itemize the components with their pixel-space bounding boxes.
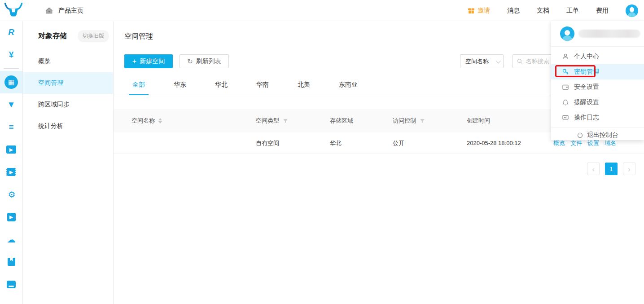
sidebar-title: 对象存储 [38,31,67,41]
sidebar-item-space-management[interactable]: 空间管理 [23,72,113,94]
cdn-icon[interactable]: ▼ [0,93,22,116]
col-space-type-label: 空间类型 [256,117,279,125]
pipeline-sliders-icon[interactable]: ⚙ [0,183,22,206]
logout-console-button[interactable]: 退出控制台 [551,128,644,142]
menu-item-personal-center[interactable]: 个人中心 [551,49,644,64]
pagination-next-button[interactable]: › [623,163,635,175]
plus-icon: + [132,58,136,65]
object-storage-icon[interactable]: ▦ [0,71,22,93]
col-space-name-label: 空间名称 [131,117,155,125]
wallet-icon [562,84,569,91]
menu-item-security-settings[interactable]: 安全设置 [551,79,644,95]
menu-item-label: 密钥管理 [574,68,599,76]
refresh-list-button[interactable]: ↻ 刷新列表 [180,54,229,68]
tab-all[interactable]: 全部 [129,79,149,95]
pagination-prev-button[interactable]: ‹ [587,163,600,175]
chevron-down-icon [496,58,501,63]
user-avatar[interactable] [626,4,638,17]
product-home-link[interactable]: 产品主页 [45,0,83,21]
log-board-icon [562,114,569,121]
menu-item-label: 提醒设置 [574,98,599,106]
search-icon [517,58,523,65]
col-storage-region-label: 存储区域 [330,117,353,125]
username-redacted [578,30,640,38]
cloud-mail-icon[interactable]: ☁ [0,228,22,251]
product-home-label: 产品主页 [58,7,83,15]
gift-icon [468,7,475,14]
user-icon [562,53,569,60]
nav-invite[interactable]: 邀请 [468,7,490,15]
product-sidebar: 对象存储 切换旧版 概览 空间管理 跨区域同步 统计分析 [23,21,114,304]
cell-storage-region: 华北 [330,139,393,147]
power-icon [577,132,583,139]
col-access-control-label: 访问控制 [393,117,416,125]
user-avatar-large [560,26,574,41]
home-icon [45,7,53,15]
rail-divider [4,68,19,69]
nav-docs[interactable]: 文档 [537,7,549,15]
pagination-page-1[interactable]: 1 [605,163,618,175]
tab-north-china[interactable]: 华北 [211,79,231,94]
database-icon[interactable] [0,273,22,295]
col-access-control[interactable]: 访问控制 [393,117,467,125]
user-dropdown-menu: 个人中心 密钥管理 安全设置 提醒设置 操作日志 [551,21,644,140]
menu-item-label: 安全设置 [574,83,599,91]
media-tv-icon[interactable]: ▶ [0,138,22,161]
key-icon [562,68,569,75]
cell-access-control: 公开 [393,139,467,147]
sidebar-item-statistics[interactable]: 统计分析 [23,115,113,137]
nav-messages[interactable]: 消息 [507,7,520,15]
top-nav: 邀请 消息 文档 工单 费用 [468,0,638,21]
pagination: ‹ 1 › [587,163,635,175]
qiniu-bull-logo[interactable] [4,2,23,18]
col-storage-region: 存储区域 [330,117,393,125]
nav-invite-label: 邀请 [478,7,490,15]
tab-north-america[interactable]: 北美 [294,79,314,94]
filter-icon[interactable] [420,119,425,123]
switch-old-version-button[interactable]: 切换旧版 [78,30,109,42]
tab-south-china[interactable]: 华南 [253,79,272,94]
tab-southeast-asia[interactable]: 东南亚 [335,79,361,94]
menu-item-key-management[interactable]: 密钥管理 [551,64,644,79]
user-menu-header [551,21,644,47]
nav-tickets[interactable]: 工单 [566,7,579,15]
tab-east-china[interactable]: 华东 [170,79,190,94]
logout-label: 退出控制台 [587,131,618,139]
bell-icon [562,99,569,106]
col-space-type[interactable]: 空间类型 [256,117,330,125]
page-title: 空间管理 [124,32,153,41]
menu-item-label: 操作日志 [574,114,599,122]
developer-logo-icon[interactable]: R [0,21,22,44]
server-list-icon[interactable]: ≡ [0,116,22,138]
new-space-button[interactable]: + 新建空间 [124,54,173,68]
finance-icon[interactable]: ¥ [0,44,22,66]
cell-space-type: 自有空间 [256,139,330,147]
search-field-select[interactable]: 空间名称 [460,54,504,68]
top-header: 产品主页 邀请 消息 文档 工单 费用 [0,0,644,21]
nav-billing[interactable]: 费用 [596,7,609,15]
filter-icon[interactable] [283,119,288,123]
sidebar-item-cross-region-sync[interactable]: 跨区域同步 [23,94,113,115]
video-square-icon[interactable]: ▶ [0,206,22,228]
menu-item-alert-settings[interactable]: 提醒设置 [551,95,644,110]
refresh-icon: ↻ [187,58,193,65]
docs-book-icon[interactable] [0,251,22,273]
col-space-name[interactable]: 空间名称 [131,117,256,125]
cell-created-time: 2020-05-28 18:00:12 [467,140,553,146]
product-icon-rail: R ¥ ▦ ▼ ≡ ▶ ▶ ⚙ ▶ ☁ [0,21,23,304]
menu-item-label: 个人中心 [574,53,599,61]
sidebar-item-overview[interactable]: 概览 [23,51,113,72]
new-space-label: 新建空间 [140,57,165,66]
film-icon[interactable]: ▶ [0,161,22,183]
col-created-time: 创建时间 [467,117,553,125]
search-field-select-value: 空间名称 [465,57,489,66]
menu-item-operation-log[interactable]: 操作日志 [551,110,644,125]
sort-icon[interactable] [158,118,162,123]
col-created-time-label: 创建时间 [467,117,490,125]
refresh-label: 刷新列表 [196,57,221,66]
